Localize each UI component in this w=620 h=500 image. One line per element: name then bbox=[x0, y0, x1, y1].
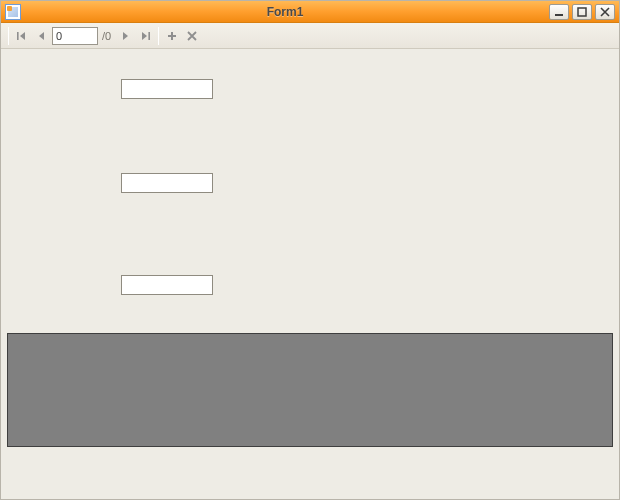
textbox-2[interactable] bbox=[121, 173, 213, 193]
svg-rect-1 bbox=[578, 8, 586, 16]
binding-navigator: / 0 bbox=[1, 23, 619, 49]
close-icon bbox=[600, 7, 610, 17]
client-area bbox=[1, 49, 619, 499]
titlebar: Form1 bbox=[1, 1, 619, 23]
textbox-1[interactable] bbox=[121, 79, 213, 99]
window-controls bbox=[549, 4, 619, 20]
move-last-icon bbox=[139, 30, 151, 42]
separator bbox=[8, 27, 9, 45]
svg-rect-0 bbox=[555, 14, 563, 16]
position-input[interactable] bbox=[52, 27, 98, 45]
minimize-icon bbox=[554, 7, 564, 17]
svg-rect-2 bbox=[17, 32, 19, 40]
window-frame: Form1 / 0 bbox=[0, 0, 620, 500]
maximize-icon bbox=[577, 7, 587, 17]
move-first-button[interactable] bbox=[12, 26, 32, 46]
plus-icon bbox=[166, 30, 178, 42]
svg-rect-3 bbox=[149, 32, 151, 40]
count-label: 0 bbox=[105, 30, 111, 42]
move-previous-icon bbox=[36, 30, 48, 42]
move-last-button[interactable] bbox=[135, 26, 155, 46]
delete-icon bbox=[186, 30, 198, 42]
move-first-icon bbox=[16, 30, 28, 42]
close-button[interactable] bbox=[595, 4, 615, 20]
svg-rect-5 bbox=[168, 35, 176, 37]
app-icon bbox=[5, 4, 21, 20]
window-title: Form1 bbox=[21, 5, 549, 19]
textbox-3[interactable] bbox=[121, 275, 213, 295]
separator bbox=[158, 27, 159, 45]
datagrid[interactable] bbox=[7, 333, 613, 447]
move-next-icon bbox=[119, 30, 131, 42]
add-new-button[interactable] bbox=[162, 26, 182, 46]
delete-button[interactable] bbox=[182, 26, 202, 46]
minimize-button[interactable] bbox=[549, 4, 569, 20]
maximize-button[interactable] bbox=[572, 4, 592, 20]
move-previous-button[interactable] bbox=[32, 26, 52, 46]
move-next-button[interactable] bbox=[115, 26, 135, 46]
